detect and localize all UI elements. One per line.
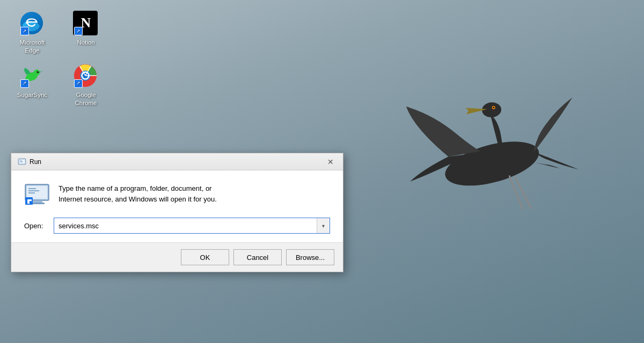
open-dropdown-button[interactable]: ▾ bbox=[317, 218, 330, 233]
cancel-button[interactable]: Cancel bbox=[233, 249, 282, 265]
open-input-wrapper: ▾ bbox=[54, 218, 330, 234]
ok-button[interactable]: OK bbox=[181, 249, 229, 265]
svg-rect-27 bbox=[32, 200, 42, 203]
dialog-footer: OK Cancel Browse... bbox=[11, 242, 343, 272]
run-title-icon bbox=[18, 158, 26, 166]
run-program-icon bbox=[24, 181, 50, 207]
dialog-overlay: Run ✕ bbox=[0, 0, 644, 343]
run-dialog-description: Type the name of a program, folder, docu… bbox=[58, 181, 217, 204]
svg-rect-18 bbox=[19, 160, 25, 163]
run-open-row: Open: ▾ bbox=[24, 218, 330, 234]
run-open-input[interactable] bbox=[54, 219, 317, 233]
dialog-body: Type the name of a program, folder, docu… bbox=[11, 170, 343, 242]
dialog-title-left: Run bbox=[18, 158, 41, 166]
svg-rect-23 bbox=[27, 186, 47, 199]
run-dialog: Run ✕ bbox=[11, 153, 343, 272]
run-dialog-title: Run bbox=[30, 158, 41, 166]
dialog-titlebar: Run ✕ bbox=[11, 153, 343, 170]
dialog-content-area: Type the name of a program, folder, docu… bbox=[24, 181, 330, 207]
dialog-close-button[interactable]: ✕ bbox=[325, 156, 336, 168]
browse-button[interactable]: Browse... bbox=[286, 249, 334, 265]
open-label: Open: bbox=[24, 222, 48, 230]
